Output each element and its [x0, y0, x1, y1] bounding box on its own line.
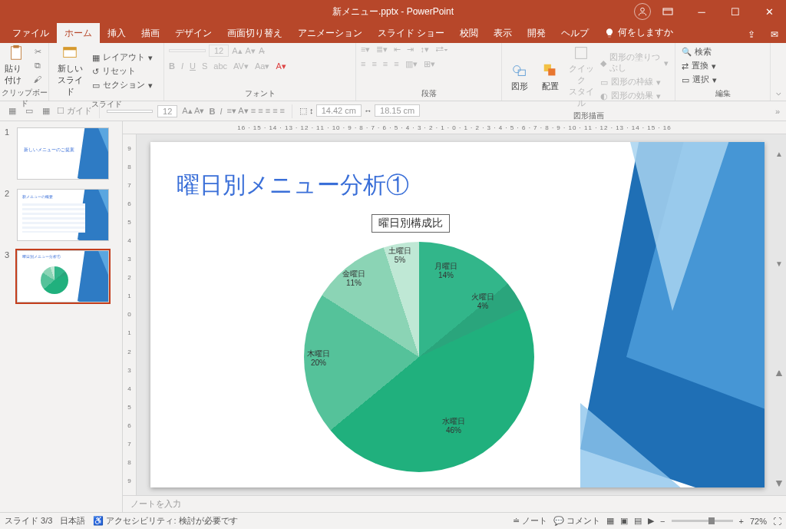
- font-color-button[interactable]: A▾: [276, 61, 286, 71]
- thumb-2[interactable]: 新メニューの概要: [17, 189, 109, 241]
- shape-outline-button[interactable]: ▭ 図形の枠線 ▾: [599, 76, 670, 88]
- bullets-button[interactable]: ≡▾: [361, 45, 370, 55]
- format-painter-icon[interactable]: 🖌: [31, 73, 44, 85]
- italic-button[interactable]: I: [181, 61, 183, 71]
- numbering-button[interactable]: ≣▾: [376, 45, 388, 55]
- change-case-button[interactable]: Aa▾: [255, 61, 269, 71]
- tab-developer[interactable]: 開発: [520, 23, 553, 43]
- copy-icon[interactable]: ⧉: [31, 59, 44, 71]
- fit-window-icon[interactable]: ⛶: [773, 517, 781, 526]
- layout-button[interactable]: ▦ レイアウト ▾: [91, 51, 154, 64]
- comments-pane-button[interactable]: ✉: [763, 25, 786, 43]
- zoom-in-button[interactable]: +: [739, 517, 744, 526]
- qat-icon-3[interactable]: ▦: [40, 105, 52, 117]
- shadow-button[interactable]: S: [202, 61, 207, 71]
- zoom-out-button[interactable]: −: [660, 517, 665, 526]
- shapes-button[interactable]: 図形: [507, 62, 533, 92]
- paste-button[interactable]: 貼り付け: [5, 45, 27, 86]
- view-normal-icon[interactable]: ▦: [606, 516, 614, 526]
- svg-rect-2: [11, 47, 21, 60]
- share-button[interactable]: ⇪: [740, 25, 763, 43]
- shape-fill-button[interactable]: ◆ 図形の塗りつぶし ▾: [599, 51, 670, 74]
- ribbon-display-icon[interactable]: [651, 0, 685, 23]
- strike-button[interactable]: abc: [213, 61, 227, 71]
- thumb-1[interactable]: 新しいメニューのご提案: [17, 127, 109, 180]
- accessibility-status[interactable]: ♿ アクセシビリティ: 検討が必要です: [93, 515, 237, 527]
- decrease-font-icon[interactable]: A▾: [246, 46, 256, 56]
- select-button[interactable]: ▭ 選択 ▾: [680, 74, 718, 86]
- language-status[interactable]: 日本語: [60, 515, 85, 527]
- maximize-button[interactable]: ☐: [718, 0, 752, 23]
- find-button[interactable]: 🔍 検索: [680, 46, 718, 58]
- arrange-button[interactable]: 配置: [537, 62, 563, 92]
- tab-file[interactable]: ファイル: [5, 23, 57, 43]
- comments-toggle[interactable]: 💬 コメント: [553, 515, 600, 527]
- cut-icon[interactable]: ✂: [31, 45, 44, 58]
- quick-styles-button[interactable]: クイック スタイル: [568, 45, 594, 109]
- zoom-percent[interactable]: 72%: [750, 517, 767, 526]
- view-sorter-icon[interactable]: ▣: [620, 516, 628, 526]
- close-button[interactable]: ✕: [752, 0, 786, 23]
- zoom-slider[interactable]: [672, 520, 733, 522]
- font-family-select[interactable]: [169, 49, 206, 52]
- slide[interactable]: 曜日別メニュー分析① 曜日別構成比 月曜日 14% 火曜日 4% 水曜日 46%…: [150, 142, 765, 487]
- align-left-icon[interactable]: ≡: [361, 59, 365, 69]
- svg-rect-1: [663, 8, 672, 15]
- smartart-icon[interactable]: ⊞▾: [424, 59, 435, 69]
- collapse-ribbon-icon[interactable]: ⌵: [771, 43, 786, 101]
- align-right-icon[interactable]: ≡: [383, 59, 388, 69]
- minimize-button[interactable]: ─: [685, 0, 718, 23]
- pie-chart[interactable]: 月曜日 14% 火曜日 4% 水曜日 46% 木曜日 20% 金曜日 11% 土…: [304, 242, 534, 472]
- increase-font-icon[interactable]: A▴: [232, 46, 242, 56]
- notes-pane[interactable]: ノートを入力: [123, 495, 786, 512]
- tab-insert[interactable]: 挿入: [100, 23, 134, 43]
- qat-fontsize[interactable]: 12: [157, 105, 177, 117]
- vertical-scrollbar[interactable]: ▲▼⯅⯆: [774, 150, 784, 487]
- decrease-indent-icon[interactable]: ⇤: [394, 45, 401, 55]
- guide-checkbox[interactable]: ☐ ガイド: [57, 105, 92, 117]
- tab-draw[interactable]: 描画: [134, 23, 167, 43]
- increase-indent-icon[interactable]: ⇥: [407, 45, 414, 55]
- text-direction-icon[interactable]: ⮂▾: [435, 45, 448, 55]
- chart-title[interactable]: 曜日別構成比: [372, 214, 450, 233]
- thumb-3[interactable]: 曜日別メニュー分析①: [17, 250, 109, 302]
- tab-home[interactable]: ホーム: [57, 23, 100, 43]
- shape-effects-button[interactable]: ◐ 図形の効果 ▾: [599, 90, 670, 102]
- slide-title[interactable]: 曜日別メニュー分析①: [177, 170, 409, 201]
- tell-me[interactable]: 何をしますか: [596, 22, 681, 43]
- tab-transitions[interactable]: 画面切り替え: [220, 23, 290, 43]
- slide-canvas[interactable]: 曜日別メニュー分析① 曜日別構成比 月曜日 14% 火曜日 4% 水曜日 46%…: [137, 134, 786, 495]
- line-spacing-icon[interactable]: ↕▾: [420, 45, 429, 55]
- tab-slideshow[interactable]: スライド ショー: [370, 23, 452, 43]
- notes-toggle[interactable]: ≐ ノート: [513, 515, 547, 527]
- qat-icon-1[interactable]: ▦: [6, 105, 18, 117]
- tab-review[interactable]: 校閲: [452, 23, 486, 43]
- account-avatar[interactable]: [634, 3, 651, 20]
- columns-icon[interactable]: ▥▾: [405, 59, 418, 69]
- replace-button[interactable]: ⇄ 置換 ▾: [680, 60, 718, 72]
- shape-height[interactable]: 14.42 cm: [316, 104, 362, 117]
- view-reading-icon[interactable]: ▤: [634, 516, 642, 526]
- tab-animations[interactable]: アニメーション: [290, 23, 370, 43]
- work-area: 1 新しいメニューのご提案 2 新メニューの概要 3 曜日別メニュー分析① 16…: [0, 121, 786, 512]
- tab-design[interactable]: デザイン: [167, 23, 220, 43]
- slide-counter[interactable]: スライド 3/3: [5, 515, 52, 527]
- qat-font-select[interactable]: [107, 110, 153, 113]
- justify-icon[interactable]: ≡: [394, 59, 398, 69]
- font-size-select[interactable]: 12: [209, 45, 229, 57]
- qat-overflow-icon[interactable]: »: [775, 107, 780, 116]
- underline-button[interactable]: U: [190, 61, 196, 71]
- align-center-icon[interactable]: ≡: [372, 59, 376, 69]
- qat-icon-2[interactable]: ▭: [23, 105, 35, 117]
- section-button[interactable]: ▭ セクション ▾: [91, 79, 154, 91]
- svg-rect-3: [13, 45, 18, 48]
- tab-help[interactable]: ヘルプ: [553, 23, 596, 43]
- clear-format-icon[interactable]: A̶: [259, 46, 265, 56]
- view-slideshow-icon[interactable]: ▶: [648, 516, 654, 526]
- reset-button[interactable]: ↺ リセット: [91, 65, 154, 78]
- bold-button[interactable]: B: [169, 61, 175, 71]
- new-slide-button[interactable]: 新しい スライド: [54, 45, 86, 97]
- tab-view[interactable]: 表示: [486, 23, 520, 43]
- shape-width[interactable]: 18.15 cm: [375, 104, 420, 117]
- spacing-button[interactable]: AV▾: [233, 61, 249, 71]
